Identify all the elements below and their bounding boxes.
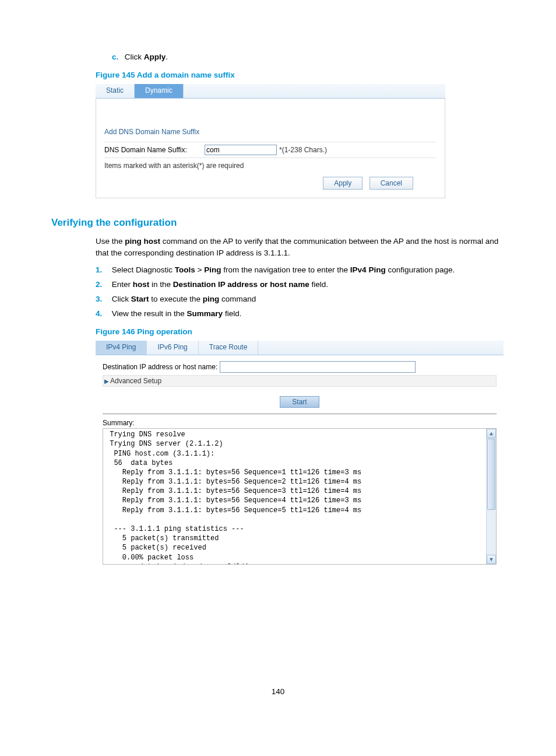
summary-output: Trying DNS resolve Trying DNS server (2.… [103,429,486,564]
tab-ipv6-ping[interactable]: IPv6 Ping [147,341,198,355]
tab-static[interactable]: Static [96,84,135,98]
summary-label: Summary: [103,419,497,427]
figure-145-caption: Figure 145 Add a domain name suffix [96,71,505,79]
start-button[interactable]: Start [280,396,319,408]
verify-body-text: Use the ping host command on the AP to v… [96,236,505,258]
advanced-setup-toggle[interactable]: ▶Advanced Setup [103,375,497,387]
figure-146-panel: IPv4 Ping IPv6 Ping Trace Route Destinat… [96,341,504,565]
scroll-thumb[interactable] [487,439,495,510]
start-row: Start [103,396,497,414]
ping-body: Destination IP address or host name: ▶Ad… [96,355,504,565]
fig145-heading: Add DNS Domain Name Suffix [104,128,437,136]
summary-scrollbar[interactable]: ▲ ▼ [486,429,496,564]
step-c: c. Click Apply. [112,52,505,61]
apply-button[interactable]: Apply [323,177,363,190]
step-2: 2. Enter host in the Destination IP addr… [96,280,505,289]
page-number: 140 [51,687,505,696]
dest-input[interactable] [220,361,416,373]
dest-label: Destination IP address or host name: [103,363,217,371]
tab-ipv4-ping[interactable]: IPv4 Ping [96,341,147,355]
required-note: Items marked with an asterisk(*) are req… [104,162,437,170]
dns-suffix-row: DNS Domain Name Suffix: *(1-238 Chars.) [104,142,437,158]
step-1: 1. Select Diagnostic Tools > Ping from t… [96,265,505,274]
dns-suffix-input[interactable] [205,145,277,155]
scroll-down-icon[interactable]: ▼ [487,555,496,564]
fig145-button-row: Apply Cancel [104,177,437,190]
dns-suffix-hint: *(1-238 Chars.) [279,146,327,154]
fig146-tab-row: IPv4 Ping IPv6 Ping Trace Route [96,341,504,355]
step-c-post: . [166,52,168,61]
tab-dynamic[interactable]: Dynamic [135,84,184,98]
step-c-marker: c. [112,52,122,61]
fig145-body: Add DNS Domain Name Suffix DNS Domain Na… [96,99,445,198]
step-c-bold: Apply [144,52,166,61]
step-c-pre: Click [125,52,144,61]
summary-box: Trying DNS resolve Trying DNS server (2.… [103,428,497,565]
fig145-tab-row: Static Dynamic [96,84,445,99]
tab-trace-route[interactable]: Trace Route [199,341,259,355]
verifying-heading: Verifying the configuration [51,217,505,229]
chevron-right-icon: ▶ [104,378,109,384]
figure-146-caption: Figure 146 Ping operation [96,327,505,336]
dest-row: Destination IP address or host name: [103,361,497,373]
figure-145-panel: Static Dynamic Add DNS Domain Name Suffi… [96,84,445,198]
cancel-button[interactable]: Cancel [370,177,413,190]
step-4: 4. View the result in the Summary field. [96,309,505,318]
step-3: 3. Click Start to execute the ping comma… [96,295,505,303]
scroll-up-icon[interactable]: ▲ [487,429,496,438]
dns-suffix-label: DNS Domain Name Suffix: [104,146,205,154]
